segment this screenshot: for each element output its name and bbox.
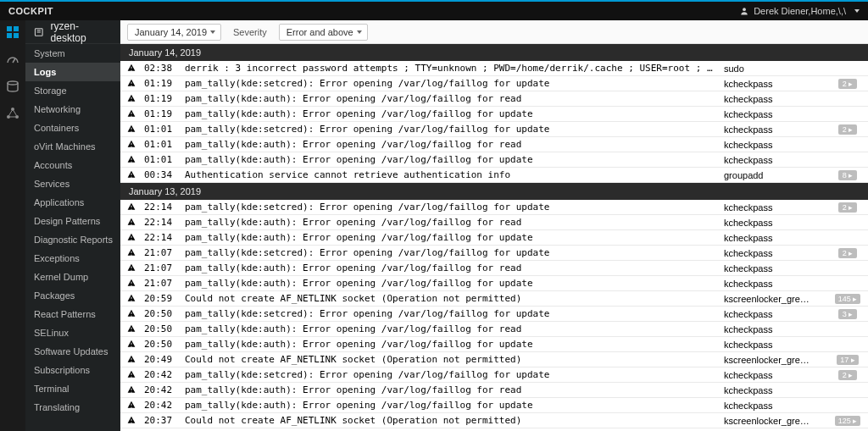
log-row[interactable]: 22:14pam_tally(kde:auth): Error opening …: [120, 230, 868, 246]
storage-icon[interactable]: [6, 80, 19, 93]
log-row[interactable]: 01:19pam_tally(kde:setcred): Error openi…: [120, 76, 868, 91]
log-message: pam_tally(kde:setcred): Error opening /v…: [185, 124, 715, 135]
brand: COCKPIT: [8, 6, 53, 16]
log-count-badge: 2 ▸: [834, 369, 861, 380]
svg-point-9: [15, 115, 19, 119]
log-service: kcheckpass: [724, 340, 826, 350]
log-message: pam_tally(kde:setcred): Error opening /v…: [185, 369, 715, 380]
date-filter-value: January 14, 2019: [135, 27, 207, 37]
log-row[interactable]: 01:01pam_tally(kde:auth): Error opening …: [120, 137, 868, 152]
log-list[interactable]: January 14, 201902:38derrik : 3 incorrec…: [120, 44, 868, 431]
log-message: pam_tally(kde:auth): Error opening /var/…: [185, 339, 715, 350]
chevron-down-icon: [854, 9, 860, 13]
sidebar-item-applications[interactable]: Applications: [25, 193, 120, 212]
log-row[interactable]: 20:37Could not create AF_NETLINK socket …: [120, 413, 868, 428]
sidebar-item-services[interactable]: Services: [25, 174, 120, 193]
log-service: kcheckpass: [724, 263, 826, 274]
log-count-badge: 3 ▸: [834, 308, 861, 319]
log-message: pam_tally(kde:auth): Error opening /var/…: [185, 384, 715, 395]
log-row[interactable]: 01:19pam_tally(kde:auth): Error opening …: [120, 107, 868, 122]
log-service: kcheckpass: [724, 218, 826, 228]
log-row[interactable]: 21:07pam_tally(kde:auth): Error opening …: [120, 261, 868, 276]
log-service: sudo: [724, 64, 826, 74]
log-message: pam_tally(kde:auth): Error opening /var/…: [185, 139, 715, 150]
sidebar-item-software-updates[interactable]: Software Updates: [25, 342, 120, 361]
log-time: 21:07: [144, 262, 176, 274]
log-service: kcheckpass: [724, 248, 826, 258]
sidebar-item-subscriptions[interactable]: Subscriptions: [25, 361, 120, 379]
log-row[interactable]: 21:07pam_tally(kde:setcred): Error openi…: [120, 246, 868, 261]
sidebar-item-translating[interactable]: Translating: [25, 398, 120, 417]
log-service: groupadd: [724, 170, 826, 180]
log-row[interactable]: 22:14pam_tally(kde:auth): Error opening …: [120, 215, 868, 230]
sidebar-item-react-patterns[interactable]: React Patterns: [25, 305, 120, 323]
log-row[interactable]: 20:50pam_tally(kde:setcred): Error openi…: [120, 307, 868, 322]
svg-line-5: [13, 58, 15, 63]
warning-icon: [127, 416, 136, 426]
sidebar-item-system[interactable]: System: [25, 44, 120, 63]
sidebar-item-ovirt-machines[interactable]: oVirt Machines: [25, 137, 120, 156]
sidebar-item-storage[interactable]: Storage: [25, 81, 120, 100]
sidebar-item-selinux[interactable]: SELinux: [25, 323, 120, 342]
log-message: pam_tally(kde:setcred): Error opening /v…: [185, 308, 715, 319]
log-time: 01:01: [144, 154, 176, 165]
log-row[interactable]: 20:50pam_tally(kde:auth): Error opening …: [120, 337, 868, 352]
warning-icon: [127, 370, 136, 380]
log-message: pam_tally(kde:auth): Error opening /var/…: [185, 262, 715, 274]
log-message: pam_tally(kde:auth): Error opening /var/…: [185, 323, 715, 334]
log-row[interactable]: 20:49Could not create AF_NETLINK socket …: [120, 352, 868, 367]
sidebar-item-exceptions[interactable]: Exceptions: [25, 249, 120, 268]
gauge-icon[interactable]: [6, 52, 19, 66]
log-service: kcheckpass: [724, 155, 826, 165]
warning-icon: [127, 79, 136, 89]
log-time: 22:14: [144, 202, 176, 213]
log-row[interactable]: 00:34Authentication service cannot retri…: [120, 168, 868, 183]
date-filter[interactable]: January 14, 2019: [127, 24, 221, 41]
user-menu[interactable]: Derek Diener,Home,\,\: [740, 6, 860, 16]
sidebar-item-accounts[interactable]: Accounts: [25, 156, 120, 174]
log-service: kcheckpass: [724, 79, 826, 89]
log-row[interactable]: 20:42pam_tally(kde:setcred): Error openi…: [120, 367, 868, 383]
top-bar: COCKPIT Derek Diener,Home,\,\: [0, 2, 868, 20]
sidebar-item-containers[interactable]: Containers: [25, 119, 120, 137]
svg-point-0: [743, 8, 746, 11]
warning-icon: [127, 202, 136, 213]
log-service: kscreenlocker_gre…: [724, 355, 826, 365]
log-row[interactable]: 21:07pam_tally(kde:auth): Error opening …: [120, 276, 868, 291]
log-row[interactable]: 20:42pam_tally(kde:auth): Error opening …: [120, 398, 868, 413]
log-message: Authentication service cannot retrieve a…: [185, 169, 715, 180]
log-row[interactable]: 02:38derrik : 3 incorrect password attem…: [120, 61, 868, 76]
host-selector[interactable]: ryzen-desktop: [25, 20, 120, 44]
log-service: kcheckpass: [724, 370, 826, 380]
sidebar-item-kernel-dump[interactable]: Kernel Dump: [25, 268, 120, 286]
log-row[interactable]: 01:01pam_tally(kde:setcred): Error openi…: [120, 122, 868, 137]
sidebar-item-packages[interactable]: Packages: [25, 286, 120, 305]
warning-icon: [127, 294, 136, 304]
svg-rect-1: [7, 26, 12, 31]
log-row[interactable]: 20:59Could not create AF_NETLINK socket …: [120, 291, 868, 307]
log-message: pam_tally(kde:auth): Error opening /var/…: [185, 154, 715, 165]
sidebar-item-terminal[interactable]: Terminal: [25, 379, 120, 398]
warning-icon: [127, 64, 136, 74]
sidebar-item-logs[interactable]: Logs: [25, 63, 120, 81]
severity-label: Severity: [233, 27, 267, 37]
log-time: 01:01: [144, 139, 176, 150]
severity-filter[interactable]: Error and above: [279, 24, 368, 41]
sidebar-item-networking[interactable]: Networking: [25, 100, 120, 119]
log-row[interactable]: 01:01pam_tally(kde:auth): Error opening …: [120, 152, 868, 168]
chevron-down-icon: [210, 30, 215, 34]
log-row[interactable]: 20:42pam_tally(kde:auth): Error opening …: [120, 383, 868, 398]
user-icon: [740, 7, 748, 15]
log-service: kscreenlocker_gre…: [724, 416, 826, 426]
network-icon[interactable]: [6, 107, 19, 120]
sidebar-item-design-patterns[interactable]: Design Patterns: [25, 212, 120, 230]
log-time: 20:59: [144, 293, 176, 304]
sidebar-item-diagnostic-reports[interactable]: Diagnostic Reports: [25, 230, 120, 249]
log-row[interactable]: 01:19pam_tally(kde:auth): Error opening …: [120, 91, 868, 107]
log-row[interactable]: 22:14pam_tally(kde:setcred): Error openi…: [120, 200, 868, 215]
severity-filter-value: Error and above: [287, 27, 353, 37]
log-service: kcheckpass: [724, 124, 826, 135]
dashboard-icon[interactable]: [6, 25, 19, 39]
log-row[interactable]: 20:50pam_tally(kde:auth): Error opening …: [120, 322, 868, 337]
log-service: kcheckpass: [724, 94, 826, 104]
